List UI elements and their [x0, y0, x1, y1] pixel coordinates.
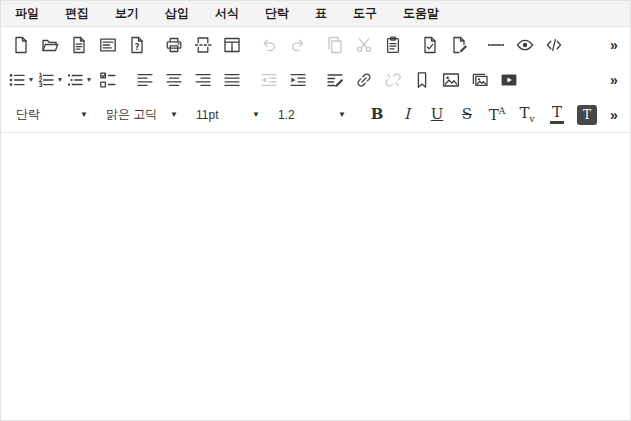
document-template-icon: [99, 36, 117, 54]
chevron-down-icon: ▾: [29, 76, 33, 84]
toolbar-group: [159, 30, 246, 59]
multilevel-list-button[interactable]: ▾: [65, 65, 92, 94]
line-height-select[interactable]: 1.2▼: [269, 100, 353, 129]
save-document-icon: [70, 36, 88, 54]
outdent-icon: [260, 71, 278, 89]
indent-button[interactable]: [284, 65, 311, 94]
menu-item-insert[interactable]: 삽입: [152, 1, 202, 26]
menu-item-view[interactable]: 보기: [102, 1, 152, 26]
svg-text:3: 3: [38, 80, 42, 87]
link-button[interactable]: [350, 65, 377, 94]
superscript-button[interactable]: TA: [483, 100, 511, 129]
align-justify-icon: [223, 71, 241, 89]
background-color-button[interactable]: T: [573, 100, 601, 129]
font-family-select-value: 맑은 고딕: [106, 106, 157, 123]
font-size-select[interactable]: 11pt▼: [187, 100, 267, 129]
align-center-icon: [165, 71, 183, 89]
chevron-down-icon: ▼: [252, 110, 260, 119]
toolbar-row-1: ?»: [1, 27, 630, 62]
menu-item-file[interactable]: 파일: [2, 1, 52, 26]
edit-button[interactable]: [321, 65, 348, 94]
photo-gallery-icon: [471, 71, 489, 89]
align-left-button[interactable]: [131, 65, 158, 94]
font-family-select[interactable]: 맑은 고딕▼: [97, 100, 185, 129]
new-document-icon: [12, 36, 30, 54]
text-color-button[interactable]: T: [543, 100, 571, 129]
bookmark-icon: [413, 71, 431, 89]
numbered-list-button[interactable]: 123▾: [36, 65, 63, 94]
unlink-button: [379, 65, 406, 94]
toolbar-group: [481, 30, 568, 59]
strikethrough-icon: S: [462, 107, 472, 122]
menu-item-tools[interactable]: 도구: [340, 1, 390, 26]
document-info-button[interactable]: ?: [123, 30, 150, 59]
link-icon: [355, 71, 373, 89]
checklist-icon: [99, 71, 117, 89]
toolbar-group: BIUSTATvTT: [362, 100, 602, 129]
toolbar-overflow-button[interactable]: »: [605, 30, 623, 59]
undo-icon: [260, 36, 278, 54]
chevron-down-icon: ▾: [58, 76, 62, 84]
paragraph-style-select-value: 단락: [16, 106, 40, 123]
align-justify-button[interactable]: [218, 65, 245, 94]
horizontal-rule-button[interactable]: [482, 30, 509, 59]
media-icon: [500, 71, 518, 89]
subscript-button[interactable]: Tv: [513, 100, 541, 129]
media-button[interactable]: [495, 65, 522, 94]
menu-item-table[interactable]: 표: [302, 1, 340, 26]
copy-icon: [326, 36, 344, 54]
numbered-list-icon: 123: [37, 71, 55, 89]
menu-item-help[interactable]: 도움말: [390, 1, 452, 26]
editor-content-area[interactable]: [1, 132, 630, 420]
horizontal-rule-icon: [487, 36, 505, 54]
bookmark-button[interactable]: [408, 65, 435, 94]
italic-button[interactable]: I: [393, 100, 421, 129]
preview-eye-button[interactable]: [511, 30, 538, 59]
source-code-icon: [545, 36, 563, 54]
menu-item-format[interactable]: 서식: [202, 1, 252, 26]
paste-icon: [384, 36, 402, 54]
align-right-button[interactable]: [189, 65, 216, 94]
line-height-select-value: 1.2: [278, 108, 295, 122]
underline-button[interactable]: U: [423, 100, 451, 129]
save-document-button[interactable]: [65, 30, 92, 59]
bold-icon: B: [371, 107, 384, 122]
menu-item-edit[interactable]: 편집: [52, 1, 102, 26]
strikethrough-button[interactable]: S: [453, 100, 481, 129]
paste-button[interactable]: [379, 30, 406, 59]
print-button[interactable]: [160, 30, 187, 59]
toolbar-overflow-button[interactable]: »: [605, 65, 623, 94]
align-center-button[interactable]: [160, 65, 187, 94]
svg-text:?: ?: [134, 42, 139, 51]
source-code-button[interactable]: [540, 30, 567, 59]
toolbar-group: [320, 30, 407, 59]
photo-gallery-button[interactable]: [466, 65, 493, 94]
toolbar-row-2: ▾123▾▾»: [1, 62, 630, 97]
toolbar-group: ?: [6, 30, 151, 59]
new-document-button[interactable]: [7, 30, 34, 59]
bold-button[interactable]: B: [363, 100, 391, 129]
find-replace-button[interactable]: [416, 30, 443, 59]
print-icon: [165, 36, 183, 54]
font-size-select-value: 11pt: [196, 108, 218, 122]
menu-bar: 파일편집보기삽입서식단락표도구도움말: [1, 1, 630, 27]
redo-button: [284, 30, 311, 59]
open-file-icon: [41, 36, 59, 54]
open-file-button[interactable]: [36, 30, 63, 59]
copy-button: [321, 30, 348, 59]
unlink-icon: [384, 71, 402, 89]
menu-item-paragraph[interactable]: 단락: [252, 1, 302, 26]
page-break-button[interactable]: [189, 30, 216, 59]
page-setup-button[interactable]: [218, 30, 245, 59]
format-toolbar: 단락▼맑은 고딕▼11pt▼1.2▼BIUSTATvTT»: [1, 97, 630, 132]
spellcheck-button[interactable]: [445, 30, 472, 59]
paragraph-style-select[interactable]: 단락▼: [7, 100, 95, 129]
image-button[interactable]: [437, 65, 464, 94]
outdent-button: [255, 65, 282, 94]
document-template-button[interactable]: [94, 30, 121, 59]
preview-eye-icon: [516, 36, 534, 54]
checklist-button[interactable]: [94, 65, 121, 94]
toolbar-overflow-button[interactable]: »: [605, 100, 623, 129]
indent-icon: [289, 71, 307, 89]
bullet-list-button[interactable]: ▾: [7, 65, 34, 94]
